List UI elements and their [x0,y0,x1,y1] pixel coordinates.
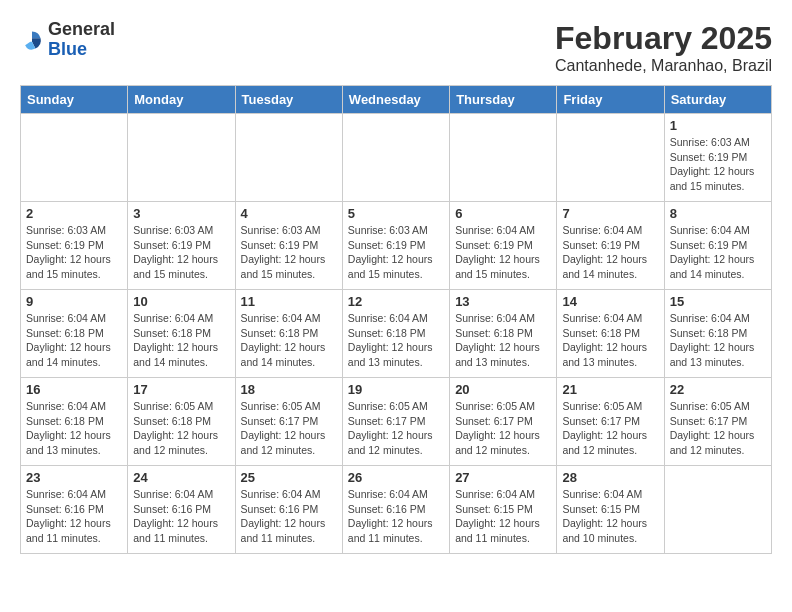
day-cell: 12Sunrise: 6:04 AM Sunset: 6:18 PM Dayli… [342,290,449,378]
week-row-3: 9Sunrise: 6:04 AM Sunset: 6:18 PM Daylig… [21,290,772,378]
day-info: Sunrise: 6:04 AM Sunset: 6:16 PM Dayligh… [348,487,444,546]
day-cell: 26Sunrise: 6:04 AM Sunset: 6:16 PM Dayli… [342,466,449,554]
weekday-header-row: SundayMondayTuesdayWednesdayThursdayFrid… [21,86,772,114]
day-info: Sunrise: 6:04 AM Sunset: 6:18 PM Dayligh… [348,311,444,370]
day-info: Sunrise: 6:04 AM Sunset: 6:16 PM Dayligh… [133,487,229,546]
day-cell: 10Sunrise: 6:04 AM Sunset: 6:18 PM Dayli… [128,290,235,378]
day-number: 16 [26,382,122,397]
day-cell: 2Sunrise: 6:03 AM Sunset: 6:19 PM Daylig… [21,202,128,290]
day-cell: 7Sunrise: 6:04 AM Sunset: 6:19 PM Daylig… [557,202,664,290]
day-cell: 24Sunrise: 6:04 AM Sunset: 6:16 PM Dayli… [128,466,235,554]
day-cell: 8Sunrise: 6:04 AM Sunset: 6:19 PM Daylig… [664,202,771,290]
day-cell: 15Sunrise: 6:04 AM Sunset: 6:18 PM Dayli… [664,290,771,378]
day-number: 2 [26,206,122,221]
week-row-5: 23Sunrise: 6:04 AM Sunset: 6:16 PM Dayli… [21,466,772,554]
day-cell [450,114,557,202]
day-number: 5 [348,206,444,221]
day-number: 17 [133,382,229,397]
day-cell: 27Sunrise: 6:04 AM Sunset: 6:15 PM Dayli… [450,466,557,554]
day-number: 3 [133,206,229,221]
day-cell: 16Sunrise: 6:04 AM Sunset: 6:18 PM Dayli… [21,378,128,466]
day-cell: 18Sunrise: 6:05 AM Sunset: 6:17 PM Dayli… [235,378,342,466]
day-info: Sunrise: 6:03 AM Sunset: 6:19 PM Dayligh… [241,223,337,282]
day-info: Sunrise: 6:03 AM Sunset: 6:19 PM Dayligh… [26,223,122,282]
day-number: 22 [670,382,766,397]
calendar-subtitle: Cantanhede, Maranhao, Brazil [555,57,772,75]
day-info: Sunrise: 6:03 AM Sunset: 6:19 PM Dayligh… [670,135,766,194]
day-cell: 19Sunrise: 6:05 AM Sunset: 6:17 PM Dayli… [342,378,449,466]
logo-text: General Blue [48,20,115,60]
weekday-header-sunday: Sunday [21,86,128,114]
day-number: 26 [348,470,444,485]
day-info: Sunrise: 6:03 AM Sunset: 6:19 PM Dayligh… [348,223,444,282]
day-cell: 22Sunrise: 6:05 AM Sunset: 6:17 PM Dayli… [664,378,771,466]
day-info: Sunrise: 6:05 AM Sunset: 6:17 PM Dayligh… [241,399,337,458]
day-number: 4 [241,206,337,221]
day-info: Sunrise: 6:04 AM Sunset: 6:19 PM Dayligh… [670,223,766,282]
day-info: Sunrise: 6:04 AM Sunset: 6:15 PM Dayligh… [562,487,658,546]
day-number: 20 [455,382,551,397]
day-cell: 3Sunrise: 6:03 AM Sunset: 6:19 PM Daylig… [128,202,235,290]
weekday-header-wednesday: Wednesday [342,86,449,114]
day-info: Sunrise: 6:04 AM Sunset: 6:18 PM Dayligh… [670,311,766,370]
logo-icon [20,28,44,52]
day-cell [21,114,128,202]
day-number: 9 [26,294,122,309]
day-info: Sunrise: 6:04 AM Sunset: 6:18 PM Dayligh… [26,399,122,458]
calendar-table: SundayMondayTuesdayWednesdayThursdayFrid… [20,85,772,554]
day-info: Sunrise: 6:04 AM Sunset: 6:16 PM Dayligh… [241,487,337,546]
day-cell: 1Sunrise: 6:03 AM Sunset: 6:19 PM Daylig… [664,114,771,202]
logo: General Blue [20,20,115,60]
day-cell: 17Sunrise: 6:05 AM Sunset: 6:18 PM Dayli… [128,378,235,466]
day-number: 23 [26,470,122,485]
day-info: Sunrise: 6:04 AM Sunset: 6:18 PM Dayligh… [455,311,551,370]
weekday-header-thursday: Thursday [450,86,557,114]
day-cell: 20Sunrise: 6:05 AM Sunset: 6:17 PM Dayli… [450,378,557,466]
day-cell [557,114,664,202]
day-number: 14 [562,294,658,309]
day-number: 21 [562,382,658,397]
weekday-header-friday: Friday [557,86,664,114]
day-info: Sunrise: 6:04 AM Sunset: 6:18 PM Dayligh… [26,311,122,370]
day-number: 28 [562,470,658,485]
day-cell: 6Sunrise: 6:04 AM Sunset: 6:19 PM Daylig… [450,202,557,290]
day-number: 15 [670,294,766,309]
day-number: 27 [455,470,551,485]
day-number: 11 [241,294,337,309]
day-info: Sunrise: 6:05 AM Sunset: 6:17 PM Dayligh… [562,399,658,458]
calendar-title: February 2025 [555,20,772,57]
weekday-header-tuesday: Tuesday [235,86,342,114]
day-number: 13 [455,294,551,309]
day-number: 7 [562,206,658,221]
day-info: Sunrise: 6:04 AM Sunset: 6:18 PM Dayligh… [133,311,229,370]
day-number: 24 [133,470,229,485]
day-number: 8 [670,206,766,221]
weekday-header-monday: Monday [128,86,235,114]
day-cell: 11Sunrise: 6:04 AM Sunset: 6:18 PM Dayli… [235,290,342,378]
day-cell: 5Sunrise: 6:03 AM Sunset: 6:19 PM Daylig… [342,202,449,290]
week-row-1: 1Sunrise: 6:03 AM Sunset: 6:19 PM Daylig… [21,114,772,202]
day-info: Sunrise: 6:04 AM Sunset: 6:16 PM Dayligh… [26,487,122,546]
day-cell [128,114,235,202]
day-info: Sunrise: 6:04 AM Sunset: 6:18 PM Dayligh… [241,311,337,370]
day-number: 19 [348,382,444,397]
title-area: February 2025 Cantanhede, Maranhao, Braz… [555,20,772,75]
day-cell: 4Sunrise: 6:03 AM Sunset: 6:19 PM Daylig… [235,202,342,290]
day-cell [235,114,342,202]
week-row-4: 16Sunrise: 6:04 AM Sunset: 6:18 PM Dayli… [21,378,772,466]
header: General Blue February 2025 Cantanhede, M… [20,20,772,75]
day-cell: 14Sunrise: 6:04 AM Sunset: 6:18 PM Dayli… [557,290,664,378]
day-number: 12 [348,294,444,309]
day-info: Sunrise: 6:04 AM Sunset: 6:18 PM Dayligh… [562,311,658,370]
day-cell: 13Sunrise: 6:04 AM Sunset: 6:18 PM Dayli… [450,290,557,378]
day-info: Sunrise: 6:05 AM Sunset: 6:17 PM Dayligh… [455,399,551,458]
day-number: 25 [241,470,337,485]
day-info: Sunrise: 6:05 AM Sunset: 6:17 PM Dayligh… [670,399,766,458]
day-number: 6 [455,206,551,221]
day-info: Sunrise: 6:05 AM Sunset: 6:18 PM Dayligh… [133,399,229,458]
day-cell [664,466,771,554]
day-cell: 21Sunrise: 6:05 AM Sunset: 6:17 PM Dayli… [557,378,664,466]
day-info: Sunrise: 6:04 AM Sunset: 6:19 PM Dayligh… [455,223,551,282]
day-number: 1 [670,118,766,133]
day-cell: 9Sunrise: 6:04 AM Sunset: 6:18 PM Daylig… [21,290,128,378]
